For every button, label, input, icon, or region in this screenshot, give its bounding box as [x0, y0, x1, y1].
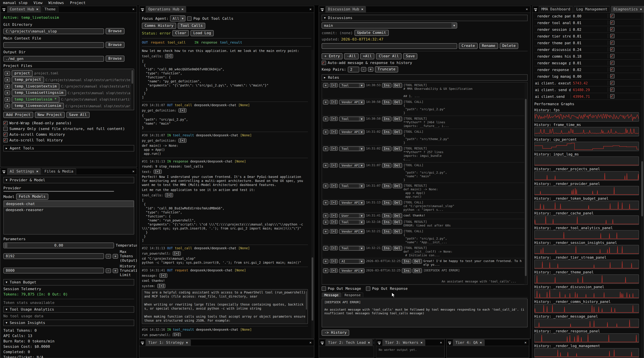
entry-role-select[interactable]: Vendor API▼	[339, 130, 365, 134]
tab-theme[interactable]: Theme	[42, 6, 58, 12]
tab-discussion-hub[interactable]: Discussion Hub ×	[325, 6, 366, 12]
delete-button[interactable]: Delete	[500, 43, 518, 49]
discussions-header[interactable]: ▼ Discussions	[322, 15, 528, 21]
entry-delete-button[interactable]: Del	[392, 200, 402, 205]
window-menu-icon[interactable]	[321, 342, 324, 345]
entry-add-button[interactable]: +	[323, 246, 328, 251]
entry-insert-button[interactable]: Ins	[382, 213, 391, 218]
checkbox-auto-scroll[interactable]	[3, 132, 8, 137]
entry-role-select[interactable]: Vendor API▼	[339, 100, 365, 105]
temperature-slider[interactable]: 0.00	[3, 243, 114, 248]
entry-insert-button[interactable]: Ins	[382, 200, 391, 205]
entry-add-button[interactable]: +	[323, 183, 328, 188]
close-icon[interactable]: ×	[310, 341, 314, 346]
diagnostic-checkbox[interactable]	[610, 67, 614, 72]
operations-log-scrollbar[interactable]	[311, 50, 314, 338]
graph-plot[interactable]	[534, 127, 639, 136]
main-context-browse-button[interactable]: Browse	[106, 42, 124, 48]
entry-delete-button[interactable]: Del	[392, 163, 402, 168]
truncate-button[interactable]: Truncate	[375, 66, 398, 72]
entry-insert-button[interactable]: Ins	[382, 117, 391, 121]
graph-plot[interactable]	[534, 348, 639, 358]
entry-delete-button[interactable]: Del	[392, 246, 402, 251]
project-files-scrollbar[interactable]	[131, 69, 134, 110]
expand-button[interactable]: [+]	[157, 284, 166, 288]
graph-plot[interactable]	[534, 319, 639, 328]
tab-close-icon[interactable]: ×	[420, 341, 422, 345]
menu-item-project[interactable]: Project	[70, 0, 86, 5]
close-icon[interactable]: ×	[132, 7, 137, 12]
entry-role-select[interactable]: AI▼	[339, 259, 365, 264]
entry-delete-button[interactable]: Del	[392, 146, 402, 151]
entry-role-select[interactable]: Tool▼	[339, 220, 365, 224]
expand-button[interactable]: [+]	[178, 108, 187, 113]
entry-expand-button[interactable]: [+]	[330, 100, 338, 104]
entry-insert-button[interactable]: Ins	[382, 163, 391, 168]
graph-plot[interactable]	[534, 201, 639, 210]
load-log-button[interactable]: Load Log	[190, 30, 214, 36]
token-budget-header[interactable]: ▼ Token Budget	[3, 279, 134, 285]
fetch-models-button[interactable]: Fetch Models	[16, 194, 48, 200]
entry-expand-button[interactable]: [+]	[330, 213, 338, 218]
entry-delete-button[interactable]: Del	[392, 83, 402, 88]
close-icon[interactable]: ×	[440, 341, 444, 346]
graph-plot[interactable]	[534, 245, 639, 254]
entry-add-button[interactable]: +	[323, 268, 328, 273]
to-history-button[interactable]: -> History	[322, 330, 349, 336]
entry-expand-button[interactable]: [+]	[330, 259, 338, 263]
clear-button[interactable]: Clear	[172, 30, 189, 36]
git-browse-button[interactable]: Browse	[106, 28, 124, 34]
agent-tools-header[interactable]: ▶ Agent Tools	[3, 145, 134, 152]
graph-plot[interactable]	[534, 274, 639, 284]
entry-expand-button[interactable]: [+]	[330, 229, 338, 233]
diagnostic-checkbox[interactable]	[610, 74, 614, 78]
diagnostic-checkbox[interactable]	[610, 61, 614, 65]
entry-delete-button[interactable]: Del	[413, 268, 422, 273]
diagnostic-checkbox[interactable]	[610, 94, 614, 99]
tab-close-icon[interactable]: ×	[480, 341, 482, 345]
window-menu-icon[interactable]	[378, 342, 381, 345]
graph-plot[interactable]	[534, 289, 639, 299]
entry-insert-button[interactable]: Ins	[382, 146, 391, 151]
tab-close-icon[interactable]: ×	[181, 7, 184, 11]
update-commit-button[interactable]: Update Commit	[354, 30, 388, 36]
add-project-button[interactable]: Add Project	[3, 112, 33, 118]
tab-log-management[interactable]: Log Management	[574, 6, 610, 12]
close-icon[interactable]: ×	[132, 169, 137, 175]
entry-expand-button[interactable]: [+]	[330, 83, 338, 87]
diagnostic-checkbox[interactable]	[610, 34, 614, 38]
max-tokens-input[interactable]: 8192	[3, 253, 104, 259]
graph-plot[interactable]	[534, 142, 639, 151]
diagnostic-checkbox[interactable]	[610, 87, 614, 92]
remove-file-button[interactable]: x	[5, 77, 10, 82]
entry-delete-button[interactable]: Del	[392, 220, 402, 224]
graph-plot[interactable]	[534, 215, 639, 225]
entry-add-button[interactable]: +	[323, 83, 328, 88]
entry-role-select[interactable]: Tool▼	[339, 83, 365, 88]
remove-file-button[interactable]: x	[5, 97, 10, 102]
entry-role-select[interactable]: Vendor API▼	[339, 163, 365, 168]
window-menu-icon[interactable]	[534, 8, 537, 11]
entry-expand-button[interactable]: [+]	[330, 163, 338, 168]
tab-ai-settings[interactable]: AI Settings×	[7, 168, 41, 175]
tab-tier-4[interactable]: Tier 4: QA×	[453, 340, 485, 346]
tool-usage-header[interactable]: ▼ Tool Usage Analytics	[3, 306, 134, 313]
window-menu-icon[interactable]	[448, 342, 452, 345]
entry-insert-button[interactable]: Ins	[382, 220, 391, 224]
expand-button[interactable]: [+]	[173, 333, 181, 336]
entry-insert-button[interactable]: Ins	[382, 246, 391, 251]
collapse-all-button[interactable]: -All	[344, 53, 358, 59]
tab-files-media[interactable]: Files & Media	[42, 168, 76, 175]
box-scroll-thumb[interactable]	[306, 291, 307, 310]
expand-button[interactable]: [+]	[165, 54, 173, 58]
graph-plot[interactable]	[534, 112, 639, 122]
diagnostic-checkbox[interactable]	[610, 20, 614, 25]
diagnostic-checkbox[interactable]	[610, 54, 614, 58]
close-icon[interactable]: ×	[310, 7, 314, 12]
max-tokens-decrement-button[interactable]: -	[106, 254, 111, 258]
entry-add-button[interactable]: +	[323, 100, 328, 105]
box-scrollbar[interactable]	[306, 290, 307, 323]
entry-role-select[interactable]: Tool▼	[339, 117, 365, 121]
remove-file-button[interactable]: x	[5, 90, 10, 95]
remove-file-button[interactable]: x	[5, 71, 10, 76]
